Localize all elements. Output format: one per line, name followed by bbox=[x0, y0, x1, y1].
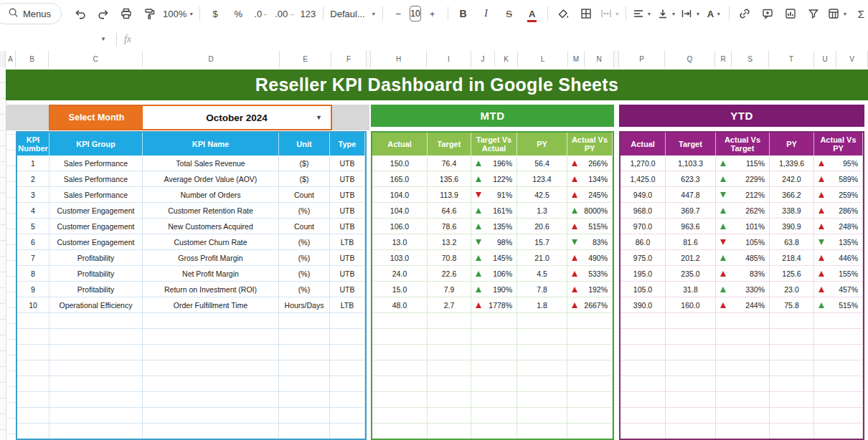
cell-ytd-target[interactable]: 447.8 bbox=[666, 187, 716, 203]
cell-kpi-group[interactable]: Operational Efficiency bbox=[49, 297, 143, 313]
cell-empty[interactable] bbox=[770, 360, 814, 376]
cell-unit[interactable]: (%) bbox=[279, 250, 330, 266]
format-percent-button[interactable]: % bbox=[227, 4, 250, 23]
cell-empty[interactable] bbox=[567, 345, 613, 360]
cell-empty[interactable] bbox=[143, 313, 279, 329]
column-header-A[interactable]: A bbox=[6, 51, 16, 67]
cell-mtd-py[interactable]: 4.5 bbox=[517, 266, 567, 282]
decrease-font-size-button[interactable]: − bbox=[387, 4, 410, 23]
cell-type[interactable]: UTB bbox=[330, 219, 365, 234]
cell-empty[interactable] bbox=[17, 360, 49, 376]
cell-ytd-actual[interactable]: 949.0 bbox=[621, 187, 666, 203]
cell-empty[interactable] bbox=[372, 360, 428, 376]
cell-empty[interactable] bbox=[666, 408, 716, 424]
cell-mtd-actual-vs-py[interactable]: 515% bbox=[567, 219, 613, 234]
cell-ytd-actual-vs-target[interactable]: 262% bbox=[716, 203, 770, 219]
font-size-input[interactable]: 10 bbox=[410, 6, 420, 21]
cell-mtd-py[interactable]: 21.0 bbox=[517, 250, 567, 266]
cell-empty[interactable] bbox=[770, 329, 814, 345]
cell-empty[interactable] bbox=[330, 329, 365, 345]
cell-mtd-actual[interactable]: 104.0 bbox=[372, 203, 428, 219]
cell-type[interactable]: UTB bbox=[330, 266, 365, 282]
cell-empty[interactable] bbox=[279, 313, 330, 329]
cell-empty[interactable] bbox=[621, 424, 666, 439]
cell-unit[interactable]: Count bbox=[279, 219, 330, 234]
cell-unit[interactable]: Hours/Days bbox=[279, 297, 330, 313]
column-header-U[interactable]: U bbox=[814, 51, 836, 67]
redo-button[interactable] bbox=[92, 4, 115, 23]
cell-empty[interactable] bbox=[49, 376, 143, 392]
cell-ytd-actual-vs-target[interactable]: 115% bbox=[716, 156, 770, 171]
zoom-select[interactable]: 100%▼ bbox=[161, 4, 196, 23]
cell-type[interactable]: UTB bbox=[330, 203, 365, 219]
header-kpi-name[interactable]: KPI Name bbox=[143, 133, 279, 156]
cell-mtd-actual-vs-py[interactable]: 192% bbox=[567, 282, 613, 297]
cell-empty[interactable] bbox=[17, 424, 49, 439]
cell-kpi-group[interactable]: Sales Performance bbox=[49, 171, 143, 187]
cell-empty[interactable] bbox=[716, 424, 770, 439]
cell-kpi-name[interactable]: Customer Churn Rate bbox=[143, 234, 279, 250]
column-header-D[interactable]: D bbox=[143, 51, 280, 67]
cell-empty[interactable] bbox=[279, 408, 330, 424]
cell-empty[interactable] bbox=[279, 392, 330, 408]
cell-empty[interactable] bbox=[49, 424, 143, 439]
cell-mtd-target[interactable]: 64.6 bbox=[428, 203, 471, 219]
merge-cells-button[interactable]: ▼ bbox=[598, 4, 622, 23]
cell-mtd-target[interactable]: 7.9 bbox=[428, 282, 471, 297]
cell-ytd-py[interactable]: 390.9 bbox=[770, 219, 814, 234]
italic-button[interactable]: I bbox=[475, 4, 498, 23]
cell-ytd-target[interactable]: 235.0 bbox=[666, 266, 716, 282]
print-button[interactable] bbox=[115, 4, 138, 23]
cell-ytd-actual-vs-py[interactable]: 589% bbox=[814, 171, 863, 187]
cell-ytd-py[interactable]: 338.9 bbox=[770, 203, 814, 219]
cell-ytd-target[interactable]: 160.0 bbox=[666, 297, 716, 313]
cell-empty[interactable] bbox=[143, 392, 279, 408]
text-color-button[interactable]: A bbox=[521, 4, 544, 23]
header-ytd-actual-vs-py[interactable]: Actual Vs PY bbox=[814, 133, 863, 156]
cell-kpi-group[interactable]: Profitability bbox=[49, 266, 143, 282]
cell-mtd-actual-vs-py[interactable]: 8000% bbox=[567, 203, 613, 219]
cell-empty[interactable] bbox=[49, 345, 143, 360]
increase-decimal-button[interactable]: .00→ bbox=[273, 4, 296, 23]
cell-empty[interactable] bbox=[372, 392, 428, 408]
cell-mtd-actual-vs-py[interactable]: 533% bbox=[567, 266, 613, 282]
cell-kpi-number[interactable]: 10 bbox=[17, 297, 49, 313]
cell-empty[interactable] bbox=[517, 376, 567, 392]
name-box-dropdown[interactable]: ▼ bbox=[100, 36, 106, 42]
cell-kpi-name[interactable]: Return on Investment (ROI) bbox=[143, 282, 279, 297]
cell-mtd-actual[interactable]: 103.0 bbox=[372, 250, 428, 266]
cell-mtd-target-vs-actual[interactable]: 161% bbox=[471, 203, 517, 219]
cell-empty[interactable] bbox=[372, 345, 428, 360]
menus-search-pill[interactable]: Menus bbox=[0, 3, 62, 24]
column-header-T[interactable]: T bbox=[769, 51, 814, 67]
cell-empty[interactable] bbox=[279, 329, 330, 345]
column-header-K[interactable]: K bbox=[495, 51, 518, 67]
header-ytd-actual[interactable]: Actual bbox=[621, 133, 666, 156]
cell-mtd-target[interactable]: 78.6 bbox=[428, 219, 471, 234]
cell-empty[interactable] bbox=[143, 408, 279, 424]
cell-type[interactable]: UTB bbox=[330, 156, 365, 171]
cell-empty[interactable] bbox=[330, 345, 365, 360]
column-header-J[interactable]: J bbox=[471, 51, 495, 67]
cell-empty[interactable] bbox=[330, 408, 365, 424]
column-header-F[interactable]: F bbox=[331, 51, 367, 67]
font-select[interactable]: Defaul...▼ bbox=[327, 4, 379, 23]
cell-empty[interactable] bbox=[770, 345, 814, 360]
cell-kpi-group[interactable]: Customer Engagement bbox=[49, 234, 143, 250]
cell-mtd-actual[interactable]: 15.0 bbox=[372, 282, 428, 297]
cell-empty[interactable] bbox=[621, 345, 666, 360]
cell-kpi-group[interactable]: Customer Engagement bbox=[49, 203, 143, 219]
cell-empty[interactable] bbox=[517, 360, 567, 376]
cell-kpi-name[interactable]: Customer Retention Rate bbox=[143, 203, 279, 219]
header-unit[interactable]: Unit bbox=[279, 133, 330, 156]
column-header-P[interactable]: P bbox=[619, 51, 665, 67]
cell-mtd-actual-vs-py[interactable]: 266% bbox=[567, 156, 613, 171]
cell-empty[interactable] bbox=[716, 329, 770, 345]
create-filter-button[interactable] bbox=[802, 4, 825, 23]
cell-empty[interactable] bbox=[814, 329, 863, 345]
cell-kpi-name[interactable]: Average Order Value (AOV) bbox=[143, 171, 279, 187]
cell-ytd-target[interactable]: 963.6 bbox=[666, 219, 716, 234]
cell-mtd-actual[interactable]: 24.0 bbox=[372, 266, 428, 282]
cell-ytd-target[interactable]: 623.3 bbox=[666, 171, 716, 187]
functions-button[interactable]: Σ bbox=[849, 4, 868, 23]
